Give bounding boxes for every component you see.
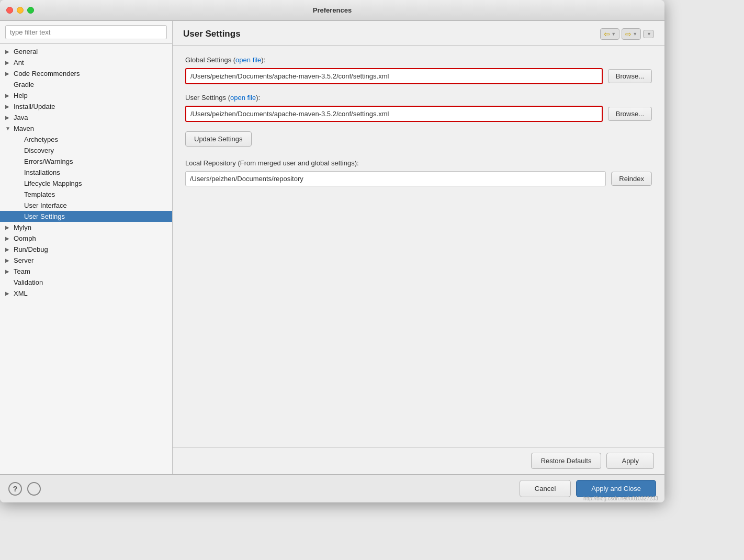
sidebar-label-code-recommenders: Code Recommenders bbox=[14, 70, 80, 77]
sidebar-item-gradle[interactable]: Gradle bbox=[0, 79, 172, 90]
nav-buttons: ⇦ ▼ ⇨ ▼ ▼ bbox=[600, 28, 654, 40]
title-bar: Preferences bbox=[0, 0, 664, 21]
minimize-button[interactable] bbox=[17, 7, 24, 14]
sidebar-label-user-settings: User Settings bbox=[24, 212, 65, 220]
sidebar-item-team[interactable]: ▶Team bbox=[0, 266, 172, 277]
sidebar-item-code-recommenders[interactable]: ▶Code Recommenders bbox=[0, 68, 172, 79]
maven-expand-icon: ▼ bbox=[5, 126, 13, 131]
footer-right: Cancel Apply and Close bbox=[520, 480, 656, 497]
update-settings-button[interactable]: Update Settings bbox=[185, 131, 252, 147]
java-expand-icon: ▶ bbox=[5, 115, 13, 120]
sidebar-item-general[interactable]: ▶General bbox=[0, 46, 172, 57]
team-expand-icon: ▶ bbox=[5, 268, 13, 274]
sidebar-item-oomph[interactable]: ▶Oomph bbox=[0, 233, 172, 244]
panel-header: User Settings ⇦ ▼ ⇨ ▼ ▼ bbox=[173, 21, 664, 46]
window-title: Preferences bbox=[313, 6, 352, 14]
right-panel: User Settings ⇦ ▼ ⇨ ▼ ▼ Global Settings … bbox=[173, 21, 664, 474]
global-settings-row: Browse... bbox=[185, 68, 652, 84]
filter-input[interactable] bbox=[5, 25, 167, 39]
sidebar-label-run-debug: Run/Debug bbox=[14, 245, 48, 253]
sidebar-label-help: Help bbox=[14, 92, 28, 99]
sidebar-item-user-settings[interactable]: User Settings bbox=[0, 211, 172, 222]
help-button[interactable]: ? bbox=[8, 482, 22, 496]
sidebar-item-archetypes[interactable]: Archetypes bbox=[0, 134, 172, 145]
user-settings-browse-button[interactable]: Browse... bbox=[608, 107, 652, 121]
sidebar-item-discovery[interactable]: Discovery bbox=[0, 145, 172, 156]
sidebar-item-ant[interactable]: ▶Ant bbox=[0, 57, 172, 68]
xml-expand-icon: ▶ bbox=[5, 290, 13, 296]
sidebar-label-templates: Templates bbox=[24, 191, 55, 198]
oomph-expand-icon: ▶ bbox=[5, 236, 13, 241]
sidebar-item-errors-warnings[interactable]: Errors/Warnings bbox=[0, 156, 172, 167]
sidebar: ▶General▶Ant▶Code RecommendersGradle▶Hel… bbox=[0, 21, 173, 474]
sidebar-item-lifecycle-mappings[interactable]: Lifecycle Mappings bbox=[0, 178, 172, 189]
sidebar-item-run-debug[interactable]: ▶Run/Debug bbox=[0, 244, 172, 255]
sidebar-label-java: Java bbox=[14, 114, 28, 121]
user-settings-label: User Settings (open file): bbox=[185, 94, 652, 102]
sidebar-item-templates[interactable]: Templates bbox=[0, 189, 172, 200]
sidebar-label-team: Team bbox=[14, 267, 30, 275]
global-settings-label: Global Settings (open file): bbox=[185, 56, 652, 64]
sidebar-label-xml: XML bbox=[14, 289, 28, 297]
watermark: http://blog.csdn.net/u010327233 bbox=[583, 496, 658, 501]
local-repo-input[interactable] bbox=[185, 171, 606, 186]
sidebar-item-mylyn[interactable]: ▶Mylyn bbox=[0, 222, 172, 233]
panel-title: User Settings bbox=[183, 29, 241, 39]
run-debug-expand-icon: ▶ bbox=[5, 247, 13, 252]
user-settings-row: Browse... bbox=[185, 106, 652, 122]
mylyn-expand-icon: ▶ bbox=[5, 225, 13, 230]
server-expand-icon: ▶ bbox=[5, 257, 13, 263]
sidebar-label-discovery: Discovery bbox=[24, 147, 54, 154]
sidebar-item-help[interactable]: ▶Help bbox=[0, 90, 172, 101]
cancel-button[interactable]: Cancel bbox=[520, 480, 571, 497]
back-button[interactable]: ⇦ ▼ bbox=[600, 28, 619, 40]
panel-body: Global Settings (open file): Browse... U… bbox=[173, 46, 664, 447]
sidebar-label-archetypes: Archetypes bbox=[24, 136, 58, 143]
local-repo-label: Local Repository (From merged user and g… bbox=[185, 159, 652, 167]
help-expand-icon: ▶ bbox=[5, 93, 13, 98]
forward-button[interactable]: ⇨ ▼ bbox=[622, 28, 641, 40]
maximize-button[interactable] bbox=[27, 7, 34, 14]
apply-close-button[interactable]: Apply and Close bbox=[576, 480, 656, 497]
sidebar-item-server[interactable]: ▶Server bbox=[0, 255, 172, 266]
forward-arrow-icon: ⇨ bbox=[625, 30, 632, 38]
sidebar-item-validation[interactable]: Validation bbox=[0, 277, 172, 288]
global-settings-browse-button[interactable]: Browse... bbox=[608, 69, 652, 83]
dialog-footer: ? Cancel Apply and Close http://blog.csd… bbox=[0, 474, 664, 502]
sidebar-label-lifecycle-mappings: Lifecycle Mappings bbox=[24, 180, 82, 187]
sidebar-label-validation: Validation bbox=[14, 278, 43, 286]
sidebar-label-install-update: Install/Update bbox=[14, 103, 55, 110]
sidebar-item-xml[interactable]: ▶XML bbox=[0, 288, 172, 299]
sidebar-label-errors-warnings: Errors/Warnings bbox=[24, 158, 73, 165]
local-repo-row: Reindex bbox=[185, 171, 652, 186]
sidebar-label-user-interface: User Interface bbox=[24, 201, 67, 209]
reindex-button[interactable]: Reindex bbox=[611, 172, 652, 186]
sidebar-label-maven: Maven bbox=[14, 125, 34, 132]
restore-defaults-button[interactable]: Restore Defaults bbox=[531, 453, 602, 469]
user-settings-input[interactable] bbox=[185, 106, 603, 122]
sidebar-label-mylyn: Mylyn bbox=[14, 223, 31, 231]
progress-circle[interactable] bbox=[27, 482, 41, 496]
sidebar-item-user-interface[interactable]: User Interface bbox=[0, 200, 172, 211]
tree-area: ▶General▶Ant▶Code RecommendersGradle▶Hel… bbox=[0, 44, 172, 474]
panel-footer: Restore Defaults Apply bbox=[173, 447, 664, 474]
global-settings-link[interactable]: open file bbox=[235, 56, 261, 64]
sidebar-label-general: General bbox=[14, 48, 38, 55]
main-content: ▶General▶Ant▶Code RecommendersGradle▶Hel… bbox=[0, 21, 664, 474]
sidebar-item-install-update[interactable]: ▶Install/Update bbox=[0, 101, 172, 112]
menu-button[interactable]: ▼ bbox=[643, 30, 654, 38]
forward-dropdown-icon: ▼ bbox=[633, 31, 637, 37]
sidebar-item-maven[interactable]: ▼Maven bbox=[0, 123, 172, 134]
apply-button[interactable]: Apply bbox=[606, 453, 654, 469]
install-update-expand-icon: ▶ bbox=[5, 104, 13, 109]
sidebar-item-java[interactable]: ▶Java bbox=[0, 112, 172, 123]
global-settings-input[interactable] bbox=[185, 68, 603, 84]
user-settings-link[interactable]: open file bbox=[230, 94, 256, 102]
close-button[interactable] bbox=[6, 7, 13, 14]
sidebar-item-installations[interactable]: Installations bbox=[0, 167, 172, 178]
back-arrow-icon: ⇦ bbox=[604, 30, 610, 38]
sidebar-label-server: Server bbox=[14, 256, 33, 264]
window-controls[interactable] bbox=[6, 7, 34, 14]
sidebar-label-oomph: Oomph bbox=[14, 234, 36, 242]
footer-left: ? bbox=[8, 482, 41, 496]
